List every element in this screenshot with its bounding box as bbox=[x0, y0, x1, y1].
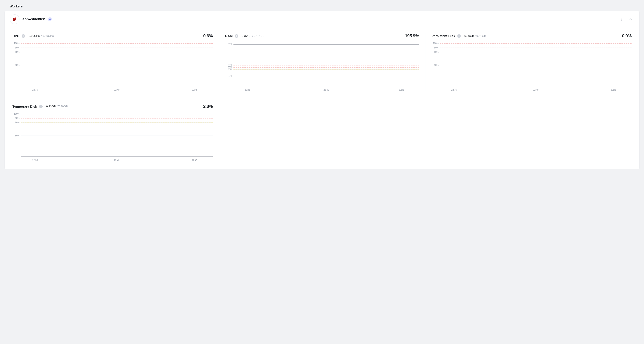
metric-pdisk: Persistent Disk i 0.00GB / 9.51GB 0.0% 1… bbox=[425, 33, 632, 91]
svg-point-2 bbox=[621, 20, 622, 21]
metrics-row-2: Temporary Disk i 0.23GB / 7.99GB 2.8% 10… bbox=[12, 104, 632, 162]
pdisk-chart: 100%90%80%50%22:3522:4022:45 bbox=[432, 43, 632, 91]
chevron-up-icon bbox=[629, 17, 633, 21]
metric-used: 0.00GB bbox=[464, 34, 474, 37]
svg-point-1 bbox=[621, 19, 622, 20]
threshold-line bbox=[21, 118, 213, 119]
series-line bbox=[21, 87, 213, 87]
y-tick-label: 50% bbox=[15, 135, 20, 137]
x-tick-label: 22:35 bbox=[234, 89, 295, 91]
info-icon[interactable]: i bbox=[235, 34, 238, 38]
collapse-button[interactable] bbox=[628, 16, 634, 22]
x-tick-label: 22:40 bbox=[85, 159, 149, 162]
threshold-line bbox=[21, 114, 213, 114]
metric-usage: 0.00GB / 9.51GB bbox=[464, 34, 486, 37]
svg-point-0 bbox=[621, 18, 622, 18]
threshold-line bbox=[21, 48, 213, 48]
threshold-line bbox=[21, 43, 213, 44]
y-tick-label: 90% bbox=[15, 117, 20, 119]
y-tick-label: 80% bbox=[228, 68, 232, 71]
metric-used: 0.00CPU bbox=[29, 34, 40, 37]
worker-card: app--sidekick W CPU i 0.00CPU bbox=[4, 11, 640, 169]
y-tick-label: 100% bbox=[433, 42, 438, 44]
metric-limit: 0.50CPU bbox=[42, 34, 54, 37]
tdisk-chart: 100%90%80%50%22:3522:4022:45 bbox=[12, 114, 213, 162]
metric-usage: 0.23GB / 7.99GB bbox=[46, 105, 68, 108]
x-tick-label: 22:40 bbox=[504, 89, 568, 91]
metric-percent: 2.8% bbox=[203, 104, 213, 109]
metric-percent: 0.0% bbox=[622, 33, 632, 38]
threshold-line bbox=[21, 52, 213, 52]
x-tick-label: 22:35 bbox=[21, 159, 85, 162]
ruby-icon bbox=[10, 14, 20, 24]
metric-limit: 7.99GB bbox=[58, 105, 68, 108]
metric-title: Persistent Disk bbox=[432, 34, 455, 38]
gridline bbox=[21, 136, 213, 136]
worker-type-badge: W bbox=[48, 17, 52, 21]
metric-limit: 0.19GB bbox=[254, 34, 264, 37]
worker-name: app--sidekick bbox=[22, 17, 45, 21]
y-tick-label: 80% bbox=[434, 51, 438, 53]
threshold-line bbox=[440, 52, 632, 52]
y-tick-label: 90% bbox=[15, 46, 20, 49]
cpu-chart: 100%90%80%50%22:3522:4022:45 bbox=[12, 43, 213, 91]
info-icon[interactable]: i bbox=[22, 34, 25, 38]
info-icon[interactable]: i bbox=[39, 105, 43, 108]
x-tick-label: 22:45 bbox=[357, 89, 419, 91]
metrics-row-1: CPU i 0.00CPU / 0.50CPU 0.6% 100%90%80%5… bbox=[12, 33, 632, 91]
metric-usage: 0.00CPU / 0.50CPU bbox=[29, 34, 54, 37]
empty-cell bbox=[425, 104, 632, 162]
metric-title: Temporary Disk bbox=[12, 105, 37, 108]
metric-used: 0.37GB bbox=[242, 34, 252, 37]
threshold-line bbox=[234, 67, 419, 68]
x-tick-label: 22:40 bbox=[295, 89, 357, 91]
metric-limit: 9.51GB bbox=[476, 34, 486, 37]
threshold-line bbox=[234, 65, 419, 65]
metric-usage: 0.37GB / 0.19GB bbox=[242, 34, 264, 37]
y-tick-label: 50% bbox=[228, 75, 232, 77]
x-tick-label: 22:35 bbox=[21, 89, 85, 91]
metric-title: CPU bbox=[12, 34, 20, 38]
more-vertical-icon bbox=[620, 17, 623, 21]
metric-ram: RAM i 0.37GB / 0.19GB 195.9% 196%100%90%… bbox=[219, 33, 425, 91]
x-tick-label: 22:40 bbox=[85, 89, 149, 91]
metric-tdisk: Temporary Disk i 0.23GB / 7.99GB 2.8% 10… bbox=[12, 104, 219, 162]
threshold-line bbox=[440, 48, 632, 48]
section-title: Workers bbox=[4, 3, 640, 11]
threshold-line bbox=[21, 123, 213, 123]
series-line bbox=[440, 87, 632, 87]
worker-card-body: CPU i 0.00CPU / 0.50CPU 0.6% 100%90%80%5… bbox=[4, 27, 640, 169]
y-tick-label: 50% bbox=[15, 64, 20, 66]
gridline bbox=[234, 76, 419, 76]
workers-section: Workers app--sidekick W CPU i bbox=[0, 0, 644, 174]
x-tick-label: 22:45 bbox=[149, 89, 213, 91]
y-tick-label: 90% bbox=[434, 46, 438, 49]
info-icon[interactable]: i bbox=[457, 34, 461, 38]
series-line bbox=[234, 44, 419, 44]
y-tick-label: 100% bbox=[14, 113, 20, 115]
row-divider bbox=[12, 97, 632, 97]
x-tick-label: 22:35 bbox=[440, 89, 504, 91]
threshold-line bbox=[440, 43, 632, 44]
y-tick-label: 196% bbox=[226, 43, 232, 45]
y-tick-label: 100% bbox=[14, 42, 20, 44]
x-tick-label: 22:45 bbox=[149, 159, 213, 162]
metric-used: 0.23GB bbox=[46, 105, 56, 108]
metric-percent: 0.6% bbox=[203, 33, 213, 38]
threshold-line bbox=[234, 69, 419, 70]
metric-percent: 195.9% bbox=[405, 33, 419, 38]
metric-cpu: CPU i 0.00CPU / 0.50CPU 0.6% 100%90%80%5… bbox=[12, 33, 219, 91]
worker-card-header: app--sidekick W bbox=[4, 11, 640, 27]
metric-title: RAM bbox=[225, 34, 232, 38]
y-tick-label: 50% bbox=[434, 64, 438, 66]
y-tick-label: 80% bbox=[15, 51, 20, 53]
more-menu-button[interactable] bbox=[618, 16, 624, 22]
series-line bbox=[21, 156, 213, 157]
x-tick-label: 22:45 bbox=[568, 89, 632, 91]
ram-chart: 196%100%90%80%50%22:3522:4022:45 bbox=[225, 43, 419, 91]
empty-cell bbox=[219, 104, 425, 162]
y-tick-label: 80% bbox=[15, 121, 20, 124]
